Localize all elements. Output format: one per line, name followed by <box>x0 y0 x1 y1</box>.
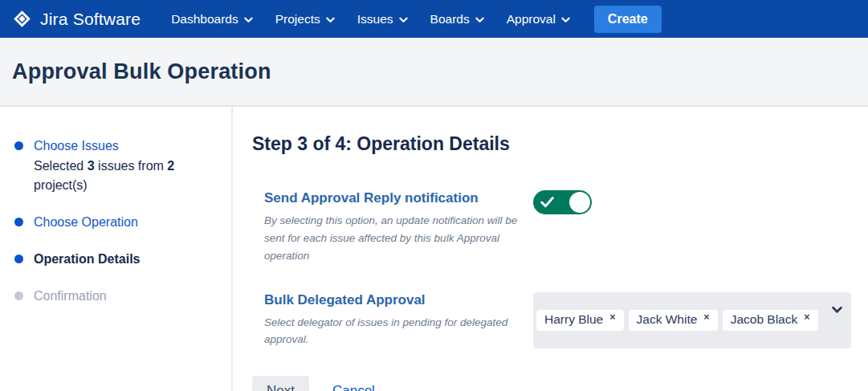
create-button[interactable]: Create <box>594 6 662 33</box>
nav-issues[interactable]: Issues <box>346 0 419 38</box>
page-title: Approval Bulk Operation <box>12 59 271 84</box>
step-bullet-icon <box>14 141 23 150</box>
notification-field-row: Send Approval Reply notification By sele… <box>264 190 852 265</box>
delegated-label: Bulk Delegated Approval <box>264 292 521 308</box>
chevron-down-icon <box>244 12 253 26</box>
remove-tag-icon[interactable]: × <box>804 312 809 323</box>
brand-title: Jira Software <box>40 10 141 29</box>
delegated-field-row: Bulk Delegated Approval Select delegator… <box>264 292 852 349</box>
next-button[interactable]: Next <box>252 376 309 391</box>
remove-tag-icon[interactable]: × <box>703 312 709 323</box>
step-bullet-icon <box>14 255 23 263</box>
toggle-knob <box>569 192 590 213</box>
step-heading: Step 3 of 4: Operation Details <box>252 133 852 155</box>
content-area: Choose Issues Selected 3 issues from 2 p… <box>0 107 868 391</box>
jira-logo[interactable]: Jira Software <box>11 8 141 30</box>
page-header: Approval Bulk Operation <box>0 38 868 107</box>
wizard-sidebar: Choose Issues Selected 3 issues from 2 p… <box>0 107 233 391</box>
confirmation-label: Confirmation <box>34 287 107 306</box>
delegated-description: Select delegator of issues in pending fo… <box>264 314 521 349</box>
chevron-down-icon <box>475 12 484 26</box>
top-navbar: Jira Software Dashboards Projects Issues… <box>0 0 868 38</box>
choose-issues-link[interactable]: Choose Issues <box>34 136 215 156</box>
chevron-down-icon[interactable] <box>832 303 842 317</box>
notification-description: By selecting this option, an update noti… <box>264 212 521 265</box>
issues-count: 3 <box>88 159 95 173</box>
chevron-down-icon <box>326 12 335 26</box>
jira-diamond-icon <box>11 8 33 30</box>
notification-label: Send Approval Reply notification <box>264 190 521 206</box>
nav-boards[interactable]: Boards <box>419 0 495 38</box>
delegate-tag-label: Jacob Black <box>731 312 798 327</box>
nav-approval[interactable]: Approval <box>495 0 581 38</box>
chevron-down-icon <box>399 12 408 26</box>
delegated-approval-multiselect[interactable]: Harry Blue × Jack White × Jacob Black × <box>533 292 851 349</box>
chevron-down-icon <box>561 12 570 26</box>
remove-tag-icon[interactable]: × <box>609 312 615 323</box>
approval-bulk-operation-page: Jira Software Dashboards Projects Issues… <box>0 0 868 391</box>
delegate-tag-label: Harry Blue <box>544 312 603 327</box>
projects-count: 2 <box>167 159 174 173</box>
delegate-tag[interactable]: Jack White × <box>629 310 718 331</box>
step-bullet-icon <box>14 291 23 300</box>
main-panel: Step 3 of 4: Operation Details Send Appr… <box>233 107 868 391</box>
check-icon <box>540 196 554 212</box>
sidebar-step-confirmation: Confirmation <box>14 287 215 306</box>
choose-operation-link[interactable]: Choose Operation <box>34 213 138 232</box>
sidebar-step-choose-operation: Choose Operation <box>14 213 215 232</box>
sidebar-step-choose-issues: Choose Issues Selected 3 issues from 2 p… <box>14 136 215 195</box>
sidebar-step-operation-details: Operation Details <box>14 250 215 269</box>
step-bullet-icon <box>14 218 23 226</box>
operation-details-current: Operation Details <box>34 250 140 269</box>
delegate-tag[interactable]: Jacob Black × <box>723 310 818 331</box>
wizard-actions: Next Cancel <box>252 376 852 391</box>
delegate-tag-label: Jack White <box>637 312 698 327</box>
nav-dashboards[interactable]: Dashboards <box>160 0 264 38</box>
delegate-tag[interactable]: Harry Blue × <box>536 310 624 331</box>
send-notification-toggle[interactable] <box>533 190 592 214</box>
selection-summary: Selected 3 issues from 2 project(s) <box>34 157 215 195</box>
nav-projects[interactable]: Projects <box>264 0 346 38</box>
cancel-link[interactable]: Cancel <box>332 383 375 391</box>
